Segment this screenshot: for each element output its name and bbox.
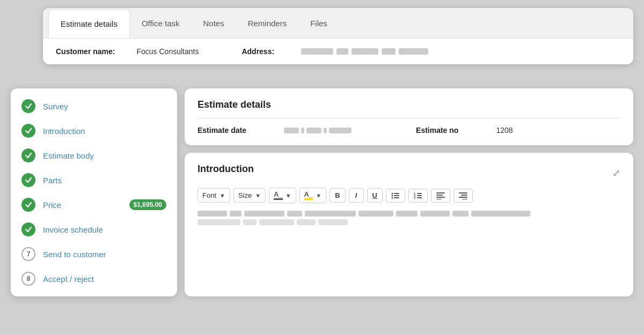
check-icon-survey: [21, 99, 35, 113]
svg-rect-7: [417, 193, 422, 194]
size-caret: ▼: [255, 192, 261, 199]
svg-rect-13: [436, 195, 443, 196]
svg-rect-12: [436, 192, 445, 193]
bold-button[interactable]: B: [330, 188, 345, 203]
svg-rect-11: [417, 197, 422, 198]
svg-rect-9: [417, 195, 422, 196]
svg-rect-15: [436, 199, 442, 199]
date-block-2: [306, 128, 321, 133]
align-left-button[interactable]: [431, 189, 450, 203]
customer-row: Customer name: Focus Consultants Address…: [43, 39, 633, 64]
intro-header: Introduction ⤢: [197, 163, 620, 182]
tb14: [297, 219, 316, 225]
addr-block-2: [336, 48, 348, 55]
address-blocks: [301, 48, 428, 55]
underline-button[interactable]: U: [367, 188, 383, 203]
align-right-button[interactable]: [453, 189, 473, 203]
bottom-section: Survey Introduction Estimate body Parts: [11, 88, 633, 296]
sidebar-label-parts: Parts: [43, 176, 62, 185]
top-card: Estimate details Office task Notes Remin…: [43, 8, 633, 64]
check-icon-parts: [21, 173, 35, 187]
font-color-caret: ▼: [286, 192, 291, 199]
svg-rect-19: [462, 199, 467, 199]
sidebar-label-survey: Survey: [43, 102, 68, 111]
sidebar-label-price: Price: [43, 200, 61, 210]
tb7: [396, 211, 418, 217]
font-color-button[interactable]: A_ ▼: [269, 188, 296, 203]
date-block-1: [284, 128, 299, 133]
tb6: [358, 211, 393, 217]
svg-point-0: [391, 192, 393, 194]
font-label: Font: [202, 191, 216, 199]
tb8: [420, 211, 450, 217]
tb4: [287, 211, 302, 217]
customer-name-label: Customer name:: [56, 47, 115, 56]
sidebar-item-send-to-customer[interactable]: 7 Send to customer: [11, 242, 177, 266]
font-color-indicator: A_: [274, 191, 283, 200]
estimate-row: Estimate date Estimate no 1208: [197, 126, 620, 135]
svg-rect-18: [459, 197, 467, 198]
tb10: [471, 211, 530, 217]
sidebar-label-estimate-body: Estimate body: [43, 151, 94, 160]
svg-rect-14: [436, 197, 445, 198]
tab-notes[interactable]: Notes: [191, 9, 236, 38]
tab-reminders[interactable]: Reminders: [236, 9, 299, 38]
list-ordered-button[interactable]: 1.2.3.: [408, 189, 428, 203]
sidebar-item-price[interactable]: Price $1,695.00: [11, 192, 177, 217]
sidebar-item-introduction[interactable]: Introduction: [11, 118, 177, 143]
svg-rect-3: [394, 195, 399, 196]
highlight-button[interactable]: A_ ▼: [299, 188, 327, 203]
italic-button[interactable]: I: [349, 188, 364, 203]
sidebar-item-parts[interactable]: Parts: [11, 168, 177, 192]
introduction-card: Introduction ⤢ Font ▼ Size ▼ A_ ▼ A_: [185, 153, 633, 296]
tb2: [230, 211, 241, 217]
tabs-row: Estimate details Office task Notes Remin…: [43, 8, 633, 39]
check-icon-introduction: [21, 124, 35, 138]
addr-block-1: [301, 48, 333, 55]
font-select[interactable]: Font ▼: [197, 188, 230, 203]
svg-rect-1: [394, 193, 399, 194]
sidebar-label-send-to-customer: Send to customer: [43, 250, 106, 259]
tb3: [244, 211, 284, 217]
tb13: [259, 219, 294, 225]
sidebar-item-estimate-body[interactable]: Estimate body: [11, 143, 177, 168]
sidebar-card: Survey Introduction Estimate body Parts: [11, 88, 177, 296]
date-sep-1: [301, 128, 304, 133]
tb5: [305, 211, 356, 217]
address-label: Address:: [241, 47, 274, 56]
font-caret: ▼: [219, 192, 225, 199]
svg-rect-16: [459, 192, 467, 193]
svg-rect-5: [394, 197, 399, 198]
addr-block-5: [399, 48, 428, 55]
sidebar-item-accept-reject[interactable]: 8 Accept / reject: [11, 266, 177, 291]
text-line-2: [197, 219, 620, 225]
text-content: [197, 209, 620, 230]
sidebar-label-introduction: Introduction: [43, 126, 85, 136]
sidebar-item-survey[interactable]: Survey: [11, 94, 177, 118]
size-label: Size: [238, 191, 252, 199]
tab-files[interactable]: Files: [298, 9, 339, 38]
date-block-3: [329, 128, 352, 133]
customer-name-value: Focus Consultants: [136, 47, 199, 56]
sidebar-label-accept-reject: Accept / reject: [43, 274, 94, 284]
check-icon-invoice-schedule: [21, 222, 35, 236]
size-select[interactable]: Size ▼: [233, 188, 266, 203]
addr-block-3: [352, 48, 378, 55]
highlight-caret: ▼: [316, 192, 321, 199]
estimate-date-label: Estimate date: [197, 126, 246, 135]
svg-text:3.: 3.: [414, 196, 416, 199]
sidebar-label-invoice-schedule: Invoice schedule: [43, 225, 103, 234]
number-circle-send-to-customer: 7: [21, 247, 35, 261]
estimate-no-label: Estimate no: [416, 126, 458, 135]
sidebar-item-invoice-schedule[interactable]: Invoice schedule: [11, 217, 177, 242]
list-unordered-button[interactable]: [386, 189, 405, 203]
text-line-1: [197, 211, 620, 217]
tab-estimate-details[interactable]: Estimate details: [48, 9, 130, 38]
expand-icon[interactable]: ⤢: [612, 167, 620, 179]
introduction-title: Introduction: [197, 163, 254, 175]
date-blocks: [284, 128, 352, 133]
estimate-details-title: Estimate details: [197, 99, 620, 110]
estimate-details-divider: [197, 118, 620, 118]
tab-office-task[interactable]: Office task: [130, 9, 192, 38]
addr-block-4: [382, 48, 396, 55]
